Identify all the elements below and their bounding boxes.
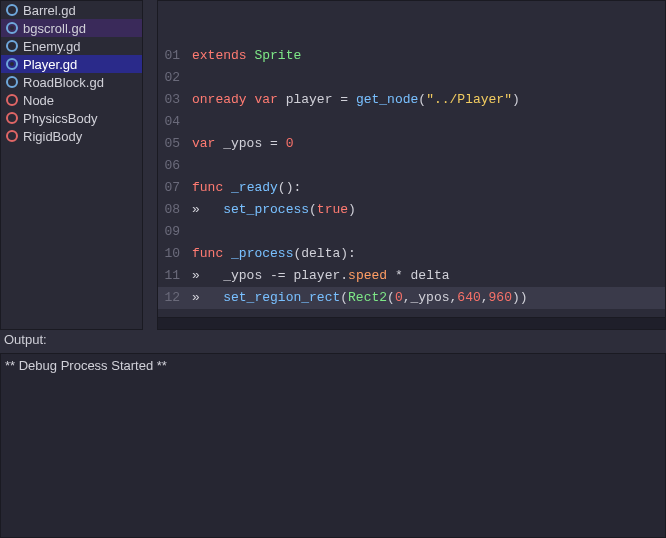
- file-item[interactable]: RigidBody: [1, 127, 142, 145]
- code-text: [192, 155, 665, 177]
- line-number: 04: [158, 111, 192, 133]
- code-text: [192, 221, 665, 243]
- svg-point-10: [7, 95, 17, 105]
- file-item[interactable]: bgscroll.gd: [1, 19, 142, 37]
- line-number: 02: [158, 67, 192, 89]
- file-item[interactable]: Enemy.gd: [1, 37, 142, 55]
- code-area[interactable]: 01extends Sprite0203onready var player =…: [157, 0, 666, 330]
- script-sidebar: Barrel.gdbgscroll.gdEnemy.gdPlayer.gdRoa…: [0, 0, 143, 330]
- code-line[interactable]: 08» set_process(true): [158, 199, 665, 221]
- code-line[interactable]: 06: [158, 155, 665, 177]
- svg-point-3: [10, 26, 14, 30]
- code-line[interactable]: 11» _ypos -= player.speed * delta: [158, 265, 665, 287]
- line-number: 11: [158, 265, 192, 287]
- code-text: » set_process(true): [192, 199, 665, 221]
- line-number: 05: [158, 133, 192, 155]
- gear-icon: [5, 57, 19, 71]
- file-item[interactable]: RoadBlock.gd: [1, 73, 142, 91]
- code-line[interactable]: 05var _ypos = 0: [158, 133, 665, 155]
- code-line[interactable]: 03onready var player = get_node("../Play…: [158, 89, 665, 111]
- svg-point-9: [10, 80, 14, 84]
- file-item[interactable]: Node: [1, 91, 142, 109]
- file-label: Enemy.gd: [23, 39, 81, 54]
- file-label: PhysicsBody: [23, 111, 97, 126]
- line-number: 07: [158, 177, 192, 199]
- top-area: Barrel.gdbgscroll.gdEnemy.gdPlayer.gdRoa…: [0, 0, 666, 330]
- code-text: » _ypos -= player.speed * delta: [192, 265, 665, 287]
- svg-point-5: [10, 44, 14, 48]
- file-list: Barrel.gdbgscroll.gdEnemy.gdPlayer.gdRoa…: [1, 1, 142, 329]
- code-line[interactable]: 01extends Sprite: [158, 45, 665, 67]
- code-line[interactable]: 02: [158, 67, 665, 89]
- code-text: [192, 67, 665, 89]
- file-item[interactable]: Player.gd: [1, 55, 142, 73]
- output-body[interactable]: ** Debug Process Started **: [0, 353, 666, 538]
- code-line[interactable]: 07func _ready():: [158, 177, 665, 199]
- file-item[interactable]: Barrel.gd: [1, 1, 142, 19]
- file-label: RigidBody: [23, 129, 82, 144]
- line-number: 03: [158, 89, 192, 111]
- code-text: [192, 111, 665, 133]
- code-text: » set_region_rect(Rect2(0,_ypos,640,960)…: [192, 287, 665, 309]
- node-icon: [5, 129, 19, 143]
- code-text: onready var player = get_node("../Player…: [192, 89, 665, 111]
- gear-icon: [5, 3, 19, 17]
- gear-icon: [5, 75, 19, 89]
- code-line[interactable]: 12» set_region_rect(Rect2(0,_ypos,640,96…: [158, 287, 665, 309]
- code-line[interactable]: 10func _process(delta):: [158, 243, 665, 265]
- code-text: func _ready():: [192, 177, 665, 199]
- line-number: 01: [158, 45, 192, 67]
- line-number: 12: [158, 287, 192, 309]
- line-number: 09: [158, 221, 192, 243]
- node-icon: [5, 111, 19, 125]
- svg-point-7: [10, 62, 14, 66]
- code-text: func _process(delta):: [192, 243, 665, 265]
- code-line[interactable]: 04: [158, 111, 665, 133]
- file-item[interactable]: PhysicsBody: [1, 109, 142, 127]
- file-label: bgscroll.gd: [23, 21, 86, 36]
- gear-icon: [5, 39, 19, 53]
- file-label: RoadBlock.gd: [23, 75, 104, 90]
- line-number: 10: [158, 243, 192, 265]
- output-header: Output:: [0, 330, 666, 349]
- svg-point-11: [7, 113, 17, 123]
- file-label: Barrel.gd: [23, 3, 76, 18]
- output-section: Output: ** Debug Process Started **: [0, 330, 666, 538]
- code-line[interactable]: 09: [158, 221, 665, 243]
- code-editor: 01extends Sprite0203onready var player =…: [143, 0, 666, 330]
- svg-point-12: [7, 131, 17, 141]
- line-number: 06: [158, 155, 192, 177]
- code-text: extends Sprite: [192, 45, 665, 67]
- svg-point-1: [10, 8, 14, 12]
- line-number: 08: [158, 199, 192, 221]
- code-text: var _ypos = 0: [192, 133, 665, 155]
- gear-icon: [5, 21, 19, 35]
- file-label: Node: [23, 93, 54, 108]
- file-label: Player.gd: [23, 57, 77, 72]
- horizontal-scrollbar[interactable]: [158, 317, 665, 329]
- node-icon: [5, 93, 19, 107]
